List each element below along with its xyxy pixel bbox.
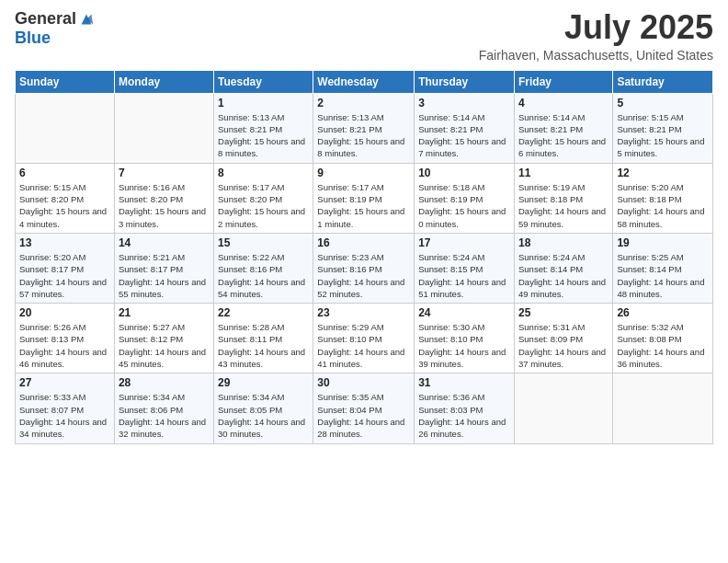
calendar-header-row: SundayMondayTuesdayWednesdayThursdayFrid…	[16, 70, 713, 93]
calendar-cell: 28Sunrise: 5:34 AM Sunset: 8:06 PM Dayli…	[114, 373, 213, 443]
calendar-week-3: 13Sunrise: 5:20 AM Sunset: 8:17 PM Dayli…	[16, 233, 713, 303]
logo: General Blue	[15, 9, 95, 48]
day-number: 14	[119, 236, 210, 249]
calendar-week-5: 27Sunrise: 5:33 AM Sunset: 8:07 PM Dayli…	[16, 373, 713, 443]
page: General Blue July 2025 Fairhaven, Massac…	[0, 0, 728, 563]
day-number: 23	[317, 306, 410, 319]
day-number: 13	[19, 236, 110, 249]
calendar-cell: 16Sunrise: 5:23 AM Sunset: 8:16 PM Dayli…	[313, 233, 415, 303]
day-number: 25	[518, 306, 609, 319]
day-info: Sunrise: 5:17 AM Sunset: 8:19 PM Dayligh…	[317, 181, 410, 230]
day-number: 11	[518, 167, 609, 179]
day-info: Sunrise: 5:24 AM Sunset: 8:14 PM Dayligh…	[518, 251, 609, 300]
calendar-cell: 21Sunrise: 5:27 AM Sunset: 8:12 PM Dayli…	[114, 304, 213, 373]
calendar-header-saturday: Saturday	[613, 70, 713, 93]
day-number: 29	[218, 376, 309, 389]
calendar-cell: 19Sunrise: 5:25 AM Sunset: 8:14 PM Dayli…	[613, 233, 713, 303]
calendar-cell: 30Sunrise: 5:35 AM Sunset: 8:04 PM Dayli…	[313, 373, 415, 443]
calendar-cell	[514, 373, 612, 443]
calendar-week-4: 20Sunrise: 5:26 AM Sunset: 8:13 PM Dayli…	[16, 304, 713, 373]
calendar-cell: 22Sunrise: 5:28 AM Sunset: 8:11 PM Dayli…	[214, 304, 313, 373]
day-info: Sunrise: 5:27 AM Sunset: 8:12 PM Dayligh…	[119, 321, 210, 370]
calendar-cell: 5Sunrise: 5:15 AM Sunset: 8:21 PM Daylig…	[613, 93, 713, 163]
logo-icon	[78, 11, 95, 28]
calendar-header-tuesday: Tuesday	[214, 70, 313, 93]
day-info: Sunrise: 5:14 AM Sunset: 8:21 PM Dayligh…	[418, 111, 510, 160]
day-info: Sunrise: 5:23 AM Sunset: 8:16 PM Dayligh…	[317, 251, 410, 300]
logo-general-text: General	[15, 9, 76, 29]
day-info: Sunrise: 5:16 AM Sunset: 8:20 PM Dayligh…	[119, 181, 210, 230]
calendar-cell: 27Sunrise: 5:33 AM Sunset: 8:07 PM Dayli…	[16, 373, 115, 443]
day-info: Sunrise: 5:24 AM Sunset: 8:15 PM Dayligh…	[418, 251, 510, 300]
day-number: 19	[617, 236, 709, 249]
day-number: 31	[418, 376, 510, 389]
day-number: 3	[418, 97, 510, 109]
day-info: Sunrise: 5:25 AM Sunset: 8:14 PM Dayligh…	[617, 251, 709, 300]
calendar-cell: 24Sunrise: 5:30 AM Sunset: 8:10 PM Dayli…	[415, 304, 515, 373]
day-number: 6	[19, 167, 110, 179]
day-number: 2	[317, 97, 410, 109]
day-info: Sunrise: 5:19 AM Sunset: 8:18 PM Dayligh…	[518, 181, 609, 230]
day-info: Sunrise: 5:35 AM Sunset: 8:04 PM Dayligh…	[317, 391, 410, 440]
day-info: Sunrise: 5:34 AM Sunset: 8:05 PM Dayligh…	[218, 391, 309, 440]
calendar-cell: 26Sunrise: 5:32 AM Sunset: 8:08 PM Dayli…	[613, 304, 713, 373]
day-number: 26	[617, 306, 709, 319]
calendar-header-wednesday: Wednesday	[313, 70, 415, 93]
day-number: 27	[19, 376, 110, 389]
day-number: 18	[518, 236, 609, 249]
day-info: Sunrise: 5:26 AM Sunset: 8:13 PM Dayligh…	[19, 321, 110, 370]
calendar-cell: 7Sunrise: 5:16 AM Sunset: 8:20 PM Daylig…	[114, 163, 213, 233]
calendar-cell: 31Sunrise: 5:36 AM Sunset: 8:03 PM Dayli…	[415, 373, 515, 443]
day-info: Sunrise: 5:14 AM Sunset: 8:21 PM Dayligh…	[518, 111, 609, 160]
calendar-cell: 18Sunrise: 5:24 AM Sunset: 8:14 PM Dayli…	[514, 233, 612, 303]
day-number: 15	[218, 236, 309, 249]
calendar: SundayMondayTuesdayWednesdayThursdayFrid…	[15, 70, 713, 444]
day-number: 24	[418, 306, 510, 319]
day-number: 7	[119, 167, 210, 179]
day-number: 5	[617, 97, 709, 109]
day-info: Sunrise: 5:20 AM Sunset: 8:17 PM Dayligh…	[19, 251, 110, 300]
calendar-cell: 10Sunrise: 5:18 AM Sunset: 8:19 PM Dayli…	[415, 163, 515, 233]
calendar-week-1: 1Sunrise: 5:13 AM Sunset: 8:21 PM Daylig…	[16, 93, 713, 163]
calendar-cell: 3Sunrise: 5:14 AM Sunset: 8:21 PM Daylig…	[415, 93, 515, 163]
day-number: 21	[119, 306, 210, 319]
title-block: July 2025 Fairhaven, Massachusetts, Unit…	[479, 9, 713, 63]
calendar-cell	[613, 373, 713, 443]
calendar-cell: 17Sunrise: 5:24 AM Sunset: 8:15 PM Dayli…	[415, 233, 515, 303]
location: Fairhaven, Massachusetts, United States	[479, 48, 713, 63]
calendar-cell: 15Sunrise: 5:22 AM Sunset: 8:16 PM Dayli…	[214, 233, 313, 303]
day-number: 10	[418, 167, 510, 179]
day-number: 1	[218, 97, 309, 109]
calendar-header-monday: Monday	[114, 70, 213, 93]
calendar-cell: 23Sunrise: 5:29 AM Sunset: 8:10 PM Dayli…	[313, 304, 415, 373]
day-number: 30	[317, 376, 410, 389]
day-number: 16	[317, 236, 410, 249]
calendar-cell: 29Sunrise: 5:34 AM Sunset: 8:05 PM Dayli…	[214, 373, 313, 443]
calendar-cell: 20Sunrise: 5:26 AM Sunset: 8:13 PM Dayli…	[16, 304, 115, 373]
calendar-header-thursday: Thursday	[415, 70, 515, 93]
day-info: Sunrise: 5:13 AM Sunset: 8:21 PM Dayligh…	[317, 111, 410, 160]
calendar-cell: 13Sunrise: 5:20 AM Sunset: 8:17 PM Dayli…	[16, 233, 115, 303]
calendar-cell: 14Sunrise: 5:21 AM Sunset: 8:17 PM Dayli…	[114, 233, 213, 303]
day-info: Sunrise: 5:18 AM Sunset: 8:19 PM Dayligh…	[418, 181, 510, 230]
day-info: Sunrise: 5:32 AM Sunset: 8:08 PM Dayligh…	[617, 321, 709, 370]
calendar-cell: 9Sunrise: 5:17 AM Sunset: 8:19 PM Daylig…	[313, 163, 415, 233]
calendar-cell: 1Sunrise: 5:13 AM Sunset: 8:21 PM Daylig…	[214, 93, 313, 163]
day-number: 20	[19, 306, 110, 319]
day-info: Sunrise: 5:33 AM Sunset: 8:07 PM Dayligh…	[19, 391, 110, 440]
day-number: 9	[317, 167, 410, 179]
calendar-cell: 6Sunrise: 5:15 AM Sunset: 8:20 PM Daylig…	[16, 163, 115, 233]
day-info: Sunrise: 5:22 AM Sunset: 8:16 PM Dayligh…	[218, 251, 309, 300]
calendar-cell: 4Sunrise: 5:14 AM Sunset: 8:21 PM Daylig…	[514, 93, 612, 163]
day-info: Sunrise: 5:30 AM Sunset: 8:10 PM Dayligh…	[418, 321, 510, 370]
day-info: Sunrise: 5:34 AM Sunset: 8:06 PM Dayligh…	[119, 391, 210, 440]
day-info: Sunrise: 5:29 AM Sunset: 8:10 PM Dayligh…	[317, 321, 410, 370]
day-info: Sunrise: 5:36 AM Sunset: 8:03 PM Dayligh…	[418, 391, 510, 440]
calendar-header-sunday: Sunday	[16, 70, 115, 93]
day-number: 12	[617, 167, 709, 179]
day-number: 8	[218, 167, 309, 179]
day-info: Sunrise: 5:15 AM Sunset: 8:21 PM Dayligh…	[617, 111, 709, 160]
day-number: 4	[518, 97, 609, 109]
logo-blue-text: Blue	[15, 29, 51, 48]
day-info: Sunrise: 5:28 AM Sunset: 8:11 PM Dayligh…	[218, 321, 309, 370]
